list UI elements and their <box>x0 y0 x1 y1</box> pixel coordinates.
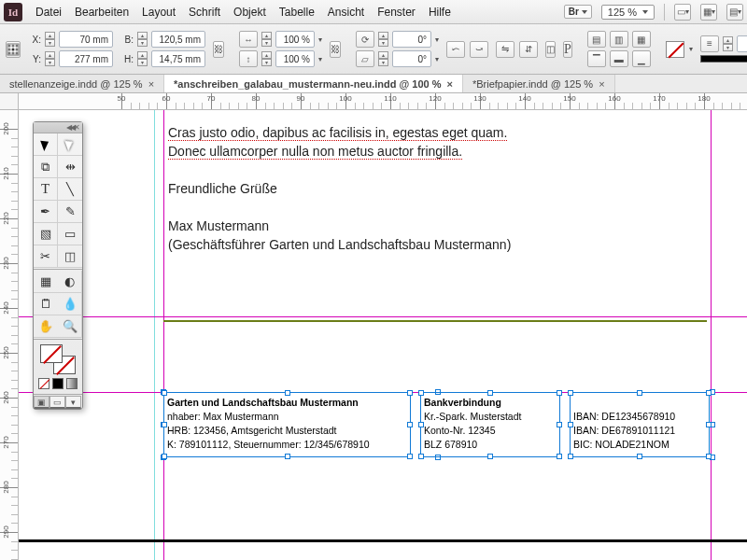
collapse-icon[interactable]: ◀◀ ✕ <box>66 123 78 132</box>
stroke-weight-stepper[interactable]: ▴▾ <box>723 36 733 51</box>
free-transform-tool[interactable]: ◫ <box>58 245 82 268</box>
workspace-button[interactable]: ▤▾ <box>726 4 743 21</box>
selection-group[interactable]: Garten und Landschaftsbau Mustermann nha… <box>163 392 712 457</box>
scissors-tool[interactable]: ✂ <box>34 245 58 268</box>
arrange-button[interactable]: ▦▾ <box>700 4 717 21</box>
line-tool[interactable]: ╲ <box>58 178 82 201</box>
svg-point-6 <box>16 48 19 50</box>
h-field[interactable]: 14,75 mm <box>151 50 205 67</box>
align-center-icon[interactable]: ▥ <box>610 31 628 48</box>
normal-mode-icon[interactable]: ▣ <box>34 396 49 409</box>
view-mode[interactable]: ▣▭▾ <box>34 396 82 409</box>
menu-layout[interactable]: Layout <box>142 6 176 19</box>
screen-mode-button[interactable]: ▭▾ <box>674 4 691 21</box>
greeting: Freundliche Grüße <box>168 179 511 198</box>
paragraph-style-icon[interactable]: P <box>563 41 572 58</box>
flip-h-icon[interactable]: ⇋ <box>496 41 514 58</box>
horizontal-ruler[interactable]: 5060708090100110120130140150160170180 <box>19 93 747 110</box>
w-field[interactable]: 120,5 mm <box>151 31 205 48</box>
rectangle-frame-tool[interactable]: ▧ <box>34 223 58 245</box>
pencil-tool[interactable]: ✎ <box>58 201 82 223</box>
align-top-icon[interactable]: ▔ <box>587 50 606 67</box>
direct-selection-tool[interactable] <box>58 133 82 156</box>
menu-bar: Id Datei Bearbeiten Layout Schrift Objek… <box>0 0 747 24</box>
preview-mode-icon[interactable]: ▭ <box>49 396 65 409</box>
x-field[interactable]: 70 mm <box>59 31 113 48</box>
flip-v-icon[interactable]: ⇵ <box>519 41 538 58</box>
align-bottom-icon[interactable]: ▁ <box>632 50 651 67</box>
tools-panel[interactable]: ◀◀ ✕ ⧉ ⇹ T ╲ ✒ ✎ ▧ ▭ ✂ ◫ ▦ ◐ 🗒 💧 ✋ 🔍 ▣▭▾ <box>33 121 83 410</box>
tab-anschreiben[interactable]: *anschreiben_galabau_mustermann-neu.indd… <box>164 75 463 92</box>
menu-bearbeiten[interactable]: Bearbeiten <box>75 6 129 19</box>
gradient-swatch-tool[interactable]: ▦ <box>34 271 58 293</box>
scale-x-stepper[interactable]: ▴▾ <box>261 32 272 47</box>
tab-stellenanzeige[interactable]: stellenanzeige.indd @ 125 %× <box>0 75 164 92</box>
shear-field[interactable]: 0° <box>392 50 431 67</box>
fill-stroke-swatch[interactable] <box>40 344 76 374</box>
align-left-icon[interactable]: ▤ <box>587 31 606 48</box>
rotate-cw-icon[interactable]: ⤻ <box>470 41 488 58</box>
footer-frame-2[interactable]: Bankverbindung Kr.-Spark. Musterstadt Ko… <box>420 392 560 457</box>
scale-x-field[interactable]: 100 % <box>275 31 315 48</box>
eyedropper-tool[interactable]: 💧 <box>58 293 82 315</box>
gradient-feather-tool[interactable]: ◐ <box>58 271 82 293</box>
gap-tool[interactable]: ⇹ <box>58 156 82 178</box>
scale-y-field[interactable]: 100 % <box>275 50 315 67</box>
menu-datei[interactable]: Datei <box>35 6 62 19</box>
hand-tool[interactable]: ✋ <box>34 315 58 338</box>
menu-hilfe[interactable]: Hilfe <box>429 6 451 19</box>
vertical-ruler[interactable]: 200210220230240250260270280290 <box>0 110 19 560</box>
ref-point-proxy[interactable] <box>6 41 21 58</box>
y-stepper[interactable]: ▴▾ <box>45 51 55 66</box>
fill-swatch[interactable] <box>40 344 63 363</box>
menu-objekt[interactable]: Objekt <box>233 6 266 19</box>
apply-color-icon[interactable] <box>52 378 63 389</box>
page-tool[interactable]: ⧉ <box>34 156 58 178</box>
chevron-down-icon <box>582 10 587 14</box>
svg-point-5 <box>12 48 15 50</box>
menu-tabelle[interactable]: Tabelle <box>279 6 315 19</box>
bridge-button[interactable]: Br <box>564 5 592 19</box>
fill-swatch[interactable] <box>666 41 684 58</box>
stroke-style[interactable] <box>700 55 747 63</box>
note-tool[interactable]: 🗒 <box>34 293 58 315</box>
canvas[interactable]: Cras justo odio, dapibus ac facilisis in… <box>19 110 747 560</box>
footer-line: Konto-Nr. 12345 <box>424 425 495 436</box>
close-icon[interactable]: × <box>447 78 453 90</box>
scale-y-stepper[interactable]: ▴▾ <box>261 51 272 66</box>
zoom-level[interactable]: 125 % <box>601 5 655 20</box>
footer-frame-3[interactable]: IBAN: DE12345678910 IBAN: DE67891011121 … <box>570 392 710 457</box>
y-field[interactable]: 277 mm <box>59 50 113 67</box>
apply-gradient-icon[interactable] <box>66 378 78 389</box>
rotate-ccw-icon[interactable]: ⤺ <box>446 41 465 58</box>
menu-fenster[interactable]: Fenster <box>377 6 416 19</box>
tab-label: *Briefpapier.indd @ 125 % <box>472 78 593 90</box>
align-right-icon[interactable]: ▦ <box>632 31 651 48</box>
footer-frame-1[interactable]: Garten und Landschaftsbau Mustermann nha… <box>163 392 411 457</box>
pen-tool[interactable]: ✒ <box>34 201 58 223</box>
rectangle-tool[interactable]: ▭ <box>58 223 82 245</box>
align-middle-icon[interactable]: ▬ <box>610 50 628 67</box>
mode-menu-icon[interactable]: ▾ <box>65 396 81 409</box>
x-stepper[interactable]: ▴▾ <box>45 32 55 47</box>
rotate-field[interactable]: 0° <box>392 31 431 48</box>
chevron-down-icon <box>642 10 648 14</box>
menu-ansicht[interactable]: Ansicht <box>328 6 364 19</box>
constrain-wh-icon[interactable]: ⛓ <box>213 41 224 58</box>
zoom-tool[interactable]: 🔍 <box>58 315 82 338</box>
menu-schrift[interactable]: Schrift <box>189 6 220 19</box>
constrain-scale-icon[interactable]: ⛓ <box>330 41 341 58</box>
panel-header[interactable]: ◀◀ ✕ <box>34 122 82 133</box>
shear-stepper[interactable]: ▴▾ <box>378 51 388 66</box>
tab-briefpapier[interactable]: *Briefpapier.indd @ 125 %× <box>463 75 615 92</box>
type-tool[interactable]: T <box>34 178 58 201</box>
close-icon[interactable]: × <box>148 78 154 90</box>
rotate-stepper[interactable]: ▴▾ <box>378 32 388 47</box>
h-stepper[interactable]: ▴▾ <box>137 51 148 66</box>
w-stepper[interactable]: ▴▾ <box>137 32 148 47</box>
stroke-weight-field[interactable]: 0 Pt <box>737 35 747 52</box>
selection-tool[interactable] <box>34 133 58 156</box>
select-container-icon[interactable]: ◫ <box>545 41 556 58</box>
close-icon[interactable]: × <box>599 78 604 90</box>
apply-none-icon[interactable] <box>38 378 49 389</box>
